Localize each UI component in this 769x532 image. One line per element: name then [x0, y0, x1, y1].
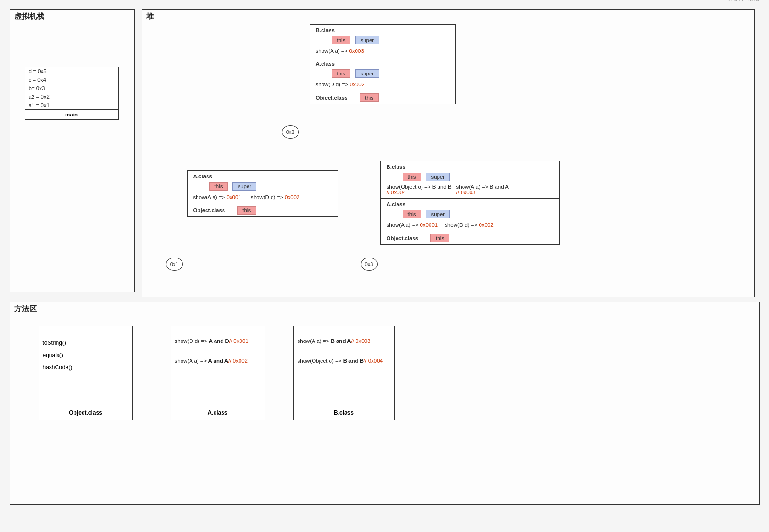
g3-obj-this: this [430, 234, 449, 242]
g3-obj-title: Object.class [384, 234, 422, 242]
method-area-section: 方法区 toString() equals() hashCode() Objec… [10, 302, 760, 505]
obj-group3: B.class this super show(Object o) => B a… [380, 161, 560, 245]
g2-obj-title: Object.class [190, 207, 228, 214]
method-area-title: 方法区 [10, 302, 759, 316]
g2-obj-this: this [237, 206, 256, 215]
g3-b-this: this [403, 173, 422, 181]
frame-row-d: d = 0x5 [25, 67, 118, 75]
vm-stack-title: 虚拟机栈 [10, 10, 134, 24]
g1-obj-this: this [360, 93, 379, 102]
g3-a-this: this [403, 210, 422, 218]
g1-b-this: this [332, 36, 351, 44]
g3-b-super: super [426, 173, 450, 181]
ma-obj-method3: hashCode() [43, 364, 129, 371]
g3-b-title: B.class [384, 163, 556, 171]
heap-section: 堆 B.class this super show(A a) => 0x003 … [142, 9, 755, 297]
g2-a-this: this [209, 182, 228, 191]
frame-label: main [25, 109, 118, 119]
ma-aclass-title: A.class [171, 409, 265, 416]
heap-title: 堆 [142, 10, 754, 24]
ma-bclass-box: show(A a) => B and A// 0x003 show(Object… [293, 326, 395, 420]
frame-row-a1: a1 = 0x1 [25, 101, 118, 109]
addr-0x2: 0x2 [282, 125, 299, 139]
g3-a-title: A.class [384, 200, 556, 208]
addr-0x3: 0x3 [361, 258, 378, 271]
ma-aclass-box: show(D d) => A and D// 0x001 show(A a) =… [171, 326, 265, 420]
frame-row-b: b= 0x3 [25, 84, 118, 92]
g1-b-title: B.class [313, 26, 453, 34]
ma-obj-method1: toString() [43, 340, 129, 346]
g2-a-super: super [232, 182, 256, 191]
addr-0x1: 0x1 [166, 258, 183, 271]
g1-a-super: super [355, 69, 379, 78]
main-frame: d = 0x5 c = 0x4 b= 0x3 a2 = 0x2 a1 = 0x1… [25, 66, 119, 120]
watermark: CSDN@赛博末彩猫 [713, 0, 759, 2]
obj-group1: B.class this super show(A a) => 0x003 A.… [310, 24, 456, 104]
g1-a-this: this [332, 69, 351, 78]
ma-obj-method2: equals() [43, 352, 129, 358]
obj-group2: A.class this super show(A a) => 0x001 sh… [187, 170, 338, 217]
g3-a-super: super [426, 210, 450, 218]
g2-a-title: A.class [190, 173, 335, 180]
frame-row-c: c = 0x4 [25, 75, 118, 84]
g1-obj-title: Object.class [313, 94, 351, 101]
vm-stack-section: 虚拟机栈 d = 0x5 c = 0x4 b= 0x3 a2 = 0x2 a1 … [10, 9, 135, 292]
g1-a-title: A.class [313, 60, 453, 67]
g1-b-super: super [355, 36, 379, 44]
ma-obj-title: Object.class [39, 409, 132, 416]
ma-bclass-title: B.class [294, 409, 394, 416]
frame-row-a2: a2 = 0x2 [25, 92, 118, 101]
ma-object-box: toString() equals() hashCode() Object.cl… [39, 326, 133, 420]
